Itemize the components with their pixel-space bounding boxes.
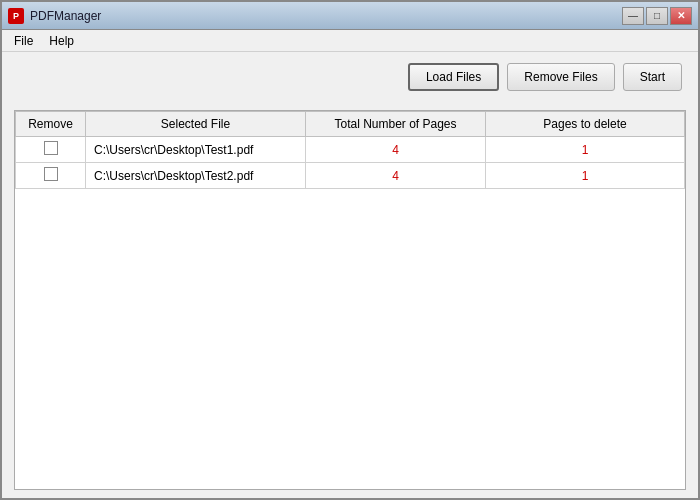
- title-bar-buttons: — □ ✕: [622, 7, 692, 25]
- remove-files-button[interactable]: Remove Files: [507, 63, 614, 91]
- toolbar: Load Files Remove Files Start: [2, 52, 698, 102]
- file-path-cell-2: C:\Users\cr\Desktop\Test2.pdf: [86, 163, 306, 189]
- table-header-row: Remove Selected File Total Number of Pag…: [16, 112, 685, 137]
- load-files-button[interactable]: Load Files: [408, 63, 499, 91]
- col-header-total-pages: Total Number of Pages: [306, 112, 486, 137]
- menu-help[interactable]: Help: [41, 32, 82, 50]
- close-button[interactable]: ✕: [670, 7, 692, 25]
- pages-to-delete-cell-2: 1: [486, 163, 685, 189]
- table-container: Remove Selected File Total Number of Pag…: [14, 110, 686, 490]
- remove-checkbox-1[interactable]: [44, 141, 58, 155]
- remove-cell-1: [16, 137, 86, 163]
- total-pages-cell-1: 4: [306, 137, 486, 163]
- col-header-file: Selected File: [86, 112, 306, 137]
- file-path-cell-1: C:\Users\cr\Desktop\Test1.pdf: [86, 137, 306, 163]
- total-pages-cell-2: 4: [306, 163, 486, 189]
- menu-bar: File Help: [2, 30, 698, 52]
- table-row: C:\Users\cr\Desktop\Test2.pdf 4 1: [16, 163, 685, 189]
- maximize-button[interactable]: □: [646, 7, 668, 25]
- window-title: PDFManager: [30, 9, 101, 23]
- remove-cell-2: [16, 163, 86, 189]
- pages-to-delete-cell-1: 1: [486, 137, 685, 163]
- minimize-button[interactable]: —: [622, 7, 644, 25]
- files-table: Remove Selected File Total Number of Pag…: [15, 111, 685, 189]
- start-button[interactable]: Start: [623, 63, 682, 91]
- title-bar: P PDFManager — □ ✕: [2, 2, 698, 30]
- col-header-pages-to-delete: Pages to delete: [486, 112, 685, 137]
- col-header-remove: Remove: [16, 112, 86, 137]
- menu-file[interactable]: File: [6, 32, 41, 50]
- content-area: Remove Selected File Total Number of Pag…: [2, 102, 698, 498]
- remove-checkbox-2[interactable]: [44, 167, 58, 181]
- app-icon: P: [8, 8, 24, 24]
- title-bar-left: P PDFManager: [8, 8, 101, 24]
- table-row: C:\Users\cr\Desktop\Test1.pdf 4 1: [16, 137, 685, 163]
- main-window: P PDFManager — □ ✕ File Help Load Files …: [0, 0, 700, 500]
